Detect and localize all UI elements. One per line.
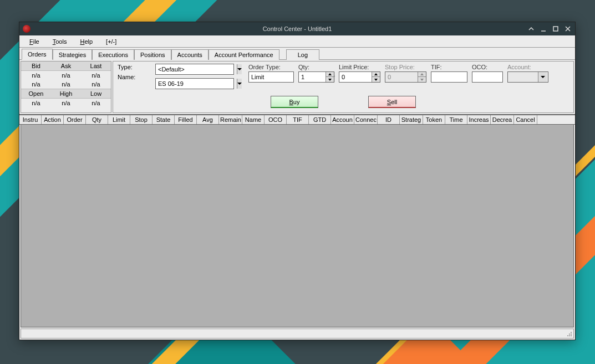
grid-col-id[interactable]: ID xyxy=(378,115,400,124)
quote-header-bid: Bid xyxy=(21,61,51,71)
svg-point-1 xyxy=(571,335,572,336)
upper-panel: Bid Ask Last n/a n/a n/a n/a n/a n/a xyxy=(19,60,575,115)
stop-price-spinner xyxy=(385,71,426,83)
qty-spinner[interactable] xyxy=(298,71,334,83)
app-window: Control Center - Untitled1 File Tools He… xyxy=(19,22,576,340)
limit-price-spinner[interactable] xyxy=(339,71,380,83)
tab-positions[interactable]: Positions xyxy=(134,49,171,60)
oco-input-box[interactable] xyxy=(472,71,503,83)
account-label: Account: xyxy=(507,64,548,70)
grid-col-stop[interactable]: Stop xyxy=(130,115,152,124)
grid-col-name[interactable]: Name xyxy=(242,115,265,124)
app-icon xyxy=(23,25,30,33)
grid-col-gtd[interactable]: GTD xyxy=(309,115,331,124)
tif-label: TIF: xyxy=(431,64,467,70)
menu-file[interactable]: File xyxy=(24,37,45,46)
name-label: Name: xyxy=(118,74,141,80)
svg-point-6 xyxy=(571,332,572,333)
qty-up-button[interactable] xyxy=(326,72,334,77)
minimize-button[interactable] xyxy=(540,25,547,33)
name-input[interactable] xyxy=(156,79,237,89)
type-dropdown-button[interactable] xyxy=(237,64,242,74)
grid-col-oco[interactable]: OCO xyxy=(265,115,287,124)
grid-col-connec[interactable]: Connec xyxy=(354,115,378,124)
stop-price-input xyxy=(385,72,418,82)
limit-price-up-button[interactable] xyxy=(372,72,380,77)
grid-col-filled[interactable]: Filled xyxy=(175,115,197,124)
grid-col-decrea[interactable]: Decrea xyxy=(491,115,514,124)
grid-col-action[interactable]: Action xyxy=(42,115,64,124)
titlebar[interactable]: Control Center - Untitled1 xyxy=(19,22,575,35)
grid-col-cancel[interactable]: Cancel xyxy=(514,115,537,124)
qty-down-button[interactable] xyxy=(326,77,334,82)
qty-input[interactable] xyxy=(299,72,326,82)
quote-last-1: n/a xyxy=(81,71,111,80)
order-type-combo[interactable] xyxy=(248,71,294,83)
limit-price-label: Limit Price: xyxy=(339,64,380,70)
qty-label: Qty: xyxy=(298,64,334,70)
grid-col-accoun[interactable]: Accoun xyxy=(331,115,354,124)
menu-tools[interactable]: Tools xyxy=(47,37,73,46)
quote-ask-2: n/a xyxy=(51,80,81,89)
quote-bid-2: n/a xyxy=(21,80,51,89)
grid-col-state[interactable]: State xyxy=(152,115,175,124)
quote-high: n/a xyxy=(51,99,81,108)
stop-price-label: Stop Price: xyxy=(385,64,426,70)
close-button[interactable] xyxy=(564,25,572,33)
grid-col-token[interactable]: Token xyxy=(423,115,445,124)
svg-point-4 xyxy=(567,335,568,336)
quote-header-open: Open xyxy=(21,89,51,99)
tif-combo[interactable] xyxy=(431,71,467,83)
sell-button[interactable]: Sell xyxy=(368,96,416,108)
type-combo[interactable] xyxy=(155,64,234,75)
quote-bid-1: n/a xyxy=(21,71,51,80)
svg-rect-0 xyxy=(553,27,558,31)
quote-header-ask: Ask xyxy=(51,61,81,71)
grid-col-remain[interactable]: Remain xyxy=(219,115,242,124)
limit-price-input[interactable] xyxy=(339,72,372,82)
account-combo[interactable] xyxy=(507,71,548,83)
tab-executions[interactable]: Executions xyxy=(92,49,134,60)
svg-point-5 xyxy=(569,334,570,335)
grid-header: InstruActionOrderQtyLimitStopStateFilled… xyxy=(19,115,575,125)
status-bar xyxy=(21,329,574,339)
grid-col-strateg[interactable]: Strateg xyxy=(400,115,423,124)
quote-low: n/a xyxy=(81,99,111,108)
rollup-button[interactable] xyxy=(527,25,535,33)
maximize-button[interactable] xyxy=(552,25,560,33)
grid-col-tif[interactable]: TIF xyxy=(287,115,309,124)
order-type-label: Order Type: xyxy=(248,64,294,70)
name-combo[interactable] xyxy=(155,78,234,89)
account-dropdown-button[interactable] xyxy=(538,72,547,82)
type-label: Type: xyxy=(118,64,141,70)
limit-price-down-button[interactable] xyxy=(372,77,380,82)
stop-price-down-button xyxy=(418,77,426,82)
tab-log[interactable]: Log xyxy=(286,49,319,60)
menubar: File Tools Help [+/-] xyxy=(19,35,575,48)
grid-col-limit[interactable]: Limit xyxy=(108,115,130,124)
grid-col-instru[interactable]: Instru xyxy=(19,115,42,124)
tab-orders[interactable]: Orders xyxy=(22,49,53,60)
grid-col-increas[interactable]: Increas xyxy=(467,115,491,124)
quote-header-low: Low xyxy=(81,89,111,99)
grid-col-qty[interactable]: Qty xyxy=(86,115,108,124)
svg-point-3 xyxy=(571,334,572,335)
type-input[interactable] xyxy=(156,64,237,74)
grid-col-time[interactable]: Time xyxy=(445,115,467,124)
menu-toggle[interactable]: [+/-] xyxy=(100,37,122,46)
tab-strategies[interactable]: Strategies xyxy=(53,49,93,60)
grid-col-order[interactable]: Order xyxy=(64,115,86,124)
name-dropdown-button[interactable] xyxy=(237,79,242,89)
grid-col-avg[interactable]: Avg xyxy=(197,115,219,124)
grid-body[interactable] xyxy=(21,125,574,327)
tab-account-performance[interactable]: Account Performance xyxy=(208,49,279,60)
quote-header-high: High xyxy=(51,89,81,99)
quote-header-last: Last xyxy=(81,61,111,71)
account-input[interactable] xyxy=(508,72,538,82)
buy-button[interactable]: Buy xyxy=(271,96,318,108)
oco-input[interactable] xyxy=(472,72,501,82)
menu-help[interactable]: Help xyxy=(74,37,98,46)
resize-grip-icon[interactable] xyxy=(566,330,572,337)
tab-accounts[interactable]: Accounts xyxy=(171,49,208,60)
quote-ask-1: n/a xyxy=(51,71,81,80)
